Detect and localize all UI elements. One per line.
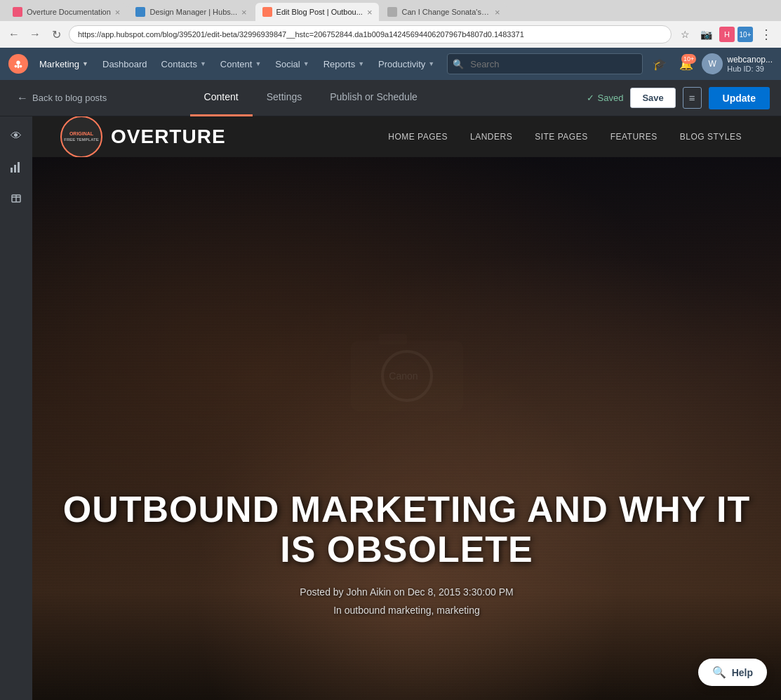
tab-4[interactable]: Can I Change Sonata's L... × [380,3,507,21]
ext-icon-hs[interactable]: H [719,27,735,42]
theme-nav-home[interactable]: HOME PAGES [377,116,459,157]
tab-close-4[interactable]: × [495,7,500,18]
browser-actions: ☆ 📷 [676,25,715,43]
svg-rect-1 [18,65,20,68]
tab-favicon-3 [262,7,272,17]
nav-dashboard-label: Dashboard [102,59,147,69]
nav-content-caret: ▼ [255,60,261,67]
nav-content[interactable]: Content ▼ [213,48,268,80]
address-field[interactable] [69,25,672,43]
nav-dashboard[interactable]: Dashboard [95,48,154,80]
tab-close-3[interactable]: × [367,7,373,18]
notifications-btn[interactable]: 🔔 10+ [675,53,697,75]
theme-nav-links: HOME PAGES LANDERS SITE PAGES FEATURES B… [254,116,753,157]
nav-contacts-label: Contacts [161,59,197,69]
edit-tabs: Content Settings Publish or Schedule [190,80,432,116]
browser-menu-btn[interactable]: ⋮ [757,25,775,43]
svg-rect-5 [14,165,16,173]
edit-bar: ← Back to blog posts Content Settings Pu… [0,80,781,116]
tab-1[interactable]: Overture Documentation × [6,3,127,21]
hero-meta: Posted by John Aikin on Dec 8, 2015 3:30… [60,586,753,598]
avatar-initials: W [709,59,716,69]
saved-label: Saved [598,93,624,103]
theme-nav-features[interactable]: FEATURES [599,116,669,157]
tab-publish-label: Publish or Schedule [330,91,418,102]
nav-contacts[interactable]: Contacts ▼ [154,48,213,80]
nav-content-label: Content [220,59,253,69]
nav-marketing[interactable]: Marketing ▼ [32,48,95,80]
nav-marketing-label: Marketing [39,59,79,69]
back-label: Back to blog posts [32,93,107,103]
tab-bar: Overture Documentation × Design Manager … [0,0,781,21]
theme-nav: ORIGINAL FREE TEMPLATE OVERTURE HOME PAG… [32,116,781,157]
hero-tags: In outbound marketing, marketing [60,605,753,616]
notification-badge: 10+ [681,54,696,64]
hub-id: Hub ID: 39 [727,65,773,73]
nav-productivity-label: Productivity [378,59,425,69]
tab-title-4: Can I Change Sonata's L... [401,8,490,16]
nav-social[interactable]: Social ▼ [268,48,316,80]
bookmark-btn[interactable]: ☆ [676,25,694,43]
browser-chrome: Overture Documentation × Design Manager … [0,0,781,48]
badge-original: ORIGINAL [69,131,93,137]
svg-rect-4 [11,168,13,173]
ext-icon-apps[interactable]: 10+ [737,27,753,42]
theme-nav-landers[interactable]: LANDERS [459,116,523,157]
screenshot-btn[interactable]: 📷 [697,25,715,43]
nav-productivity-caret: ▼ [428,60,434,67]
search-icon: 🔍 [453,59,464,69]
forward-nav-btn[interactable]: → [27,26,44,43]
svg-text:Canon: Canon [389,370,418,382]
nav-productivity[interactable]: Productivity ▼ [371,48,441,80]
graduation-icon-btn[interactable]: 🎓 [648,53,671,75]
hero-title: OUTBOUND MARKETING AND WHY IT IS OBSOLET… [60,490,753,570]
theme-nav-site-pages-label: SITE PAGES [535,132,587,142]
search-input[interactable] [447,53,643,74]
theme-nav-features-label: FEATURES [610,132,657,142]
nav-marketing-caret: ▼ [82,60,88,67]
tab-title-2: Design Manager | Hubs... [149,8,237,16]
tab-close-1[interactable]: × [115,7,121,18]
help-button[interactable]: 🔍 Help [698,659,767,686]
svg-point-2 [15,65,18,68]
theme-logo-badge: ORIGINAL FREE TEMPLATE [60,116,102,158]
user-info[interactable]: webcanop... Hub ID: 39 [727,55,773,73]
nav-reports[interactable]: Reports ▼ [316,48,371,80]
update-button[interactable]: Update [709,87,770,109]
list-view-btn[interactable]: ≡ [683,87,702,109]
nav-reports-caret: ▼ [358,60,364,67]
cube-icon-btn[interactable] [4,185,29,210]
theme-nav-site-pages[interactable]: SITE PAGES [523,116,599,157]
extensions-area: H 10+ [719,27,753,42]
nav-right: 🎓 🔔 10+ W webcanop... Hub ID: 39 [648,53,773,75]
nav-reports-label: Reports [323,59,356,69]
reload-btn[interactable]: ↻ [48,26,65,43]
user-avatar[interactable]: W [702,53,723,74]
tab-settings[interactable]: Settings [253,80,316,116]
tab-title-1: Overture Documentation [27,8,111,16]
nav-social-caret: ▼ [303,60,309,67]
save-button[interactable]: Save [630,88,675,108]
theme-nav-blog-styles-label: BLOG STYLES [680,132,742,142]
hero-section: Canon OUTBOUND MARKETING AND WHY IT IS O… [32,157,781,700]
theme-nav-home-label: HOME PAGES [388,132,448,142]
tab-content-label: Content [204,91,239,102]
address-bar-row: ← → ↻ ☆ 📷 H 10+ ⋮ [0,21,781,48]
tab-3[interactable]: Edit Blog Post | Outbou... × [255,3,380,21]
tab-favicon-2 [135,7,145,17]
tab-close-2[interactable]: × [241,7,247,18]
check-icon: ✓ [587,93,594,103]
eye-icon-btn[interactable]: 👁 [4,123,29,149]
preview-sidebar: 👁 [0,116,32,700]
theme-nav-blog-styles[interactable]: BLOG STYLES [669,116,753,157]
website-preview: ORIGINAL FREE TEMPLATE OVERTURE HOME PAG… [32,116,781,700]
back-nav-btn[interactable]: ← [6,26,22,43]
tab-2[interactable]: Design Manager | Hubs... × [128,3,253,21]
hs-app: Marketing ▼ Dashboard Contacts ▼ Content… [0,48,781,700]
nav-search-container: 🔍 [447,53,643,74]
preview-area: 👁 ORIGINAL [0,116,781,700]
tab-publish[interactable]: Publish or Schedule [316,80,432,116]
tab-content[interactable]: Content [190,80,253,116]
chart-icon-btn[interactable] [4,154,29,180]
back-to-posts-btn[interactable]: ← Back to blog posts [11,89,112,107]
